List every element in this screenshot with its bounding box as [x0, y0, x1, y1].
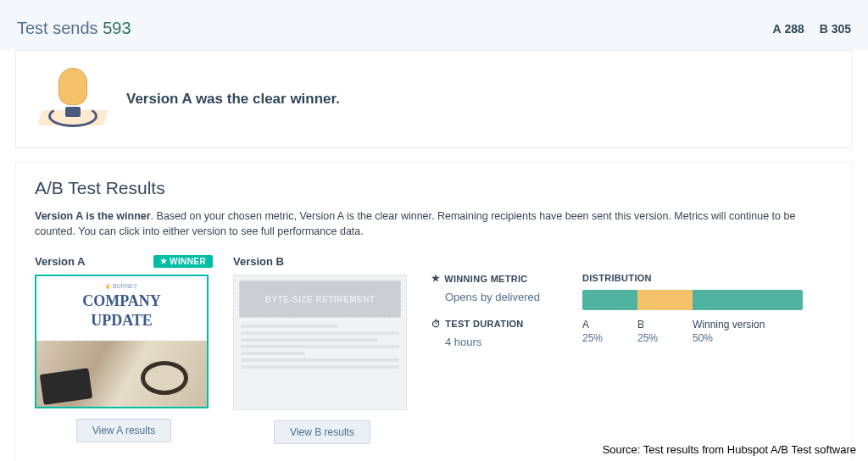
winner-badge: WINNER: [153, 255, 213, 268]
count-b-value: 305: [832, 22, 851, 36]
top-bar: Test sends 593 A 288 B 305: [0, 0, 868, 50]
winner-banner-text: Version A was the clear winner.: [126, 91, 340, 108]
winner-banner: Version A was the clear winner.: [15, 50, 853, 148]
results-winner-strong: Version A is the winner: [35, 210, 151, 222]
preview-b-banner: BYTE-SIZE RETIREMENT: [239, 280, 401, 318]
count-a-label: A: [772, 22, 781, 36]
results-description: Version A is the winner. Based on your c…: [35, 208, 833, 239]
winning-metric-value: Opens by delivered: [431, 291, 540, 303]
version-a-preview[interactable]: BURNEY COMPANY UPDATE: [35, 275, 209, 408]
preview-a-headline1: COMPANY: [42, 293, 202, 309]
metrics-block: ★WINNING METRIC Opens by delivered ⏱TEST…: [431, 273, 540, 364]
ab-counts: A 288 B 305: [772, 22, 851, 36]
results-card: A/B Test Results Version A is the winner…: [15, 162, 853, 461]
version-b-column: Version B BYTE-SIZE RETIREMENT View B re…: [233, 253, 411, 444]
preview-b-text-lines: [239, 325, 401, 369]
test-duration-value: 4 hours: [431, 336, 540, 348]
source-citation: Source: Test results from Hubspot A/B Te…: [603, 443, 856, 456]
version-b-preview[interactable]: BYTE-SIZE RETIREMENT: [233, 275, 407, 410]
distribution-legend: A 25% B 25% Winning version 50%: [582, 319, 803, 344]
dist-b-value: 25%: [637, 332, 693, 344]
star-icon: ★: [431, 273, 440, 284]
winning-metric-label: WINNING METRIC: [444, 274, 527, 284]
clock-icon: ⏱: [431, 319, 441, 329]
lightbulb-icon: [40, 66, 106, 132]
view-a-results-button[interactable]: View A results: [76, 419, 171, 442]
test-sends-summary: Test sends 593: [17, 19, 131, 38]
version-b-label: Version B: [233, 255, 284, 268]
preview-a-headline2: UPDATE: [42, 313, 202, 329]
dist-b-label: B: [637, 319, 693, 330]
test-sends-count: 593: [103, 19, 131, 37]
dist-w-value: 50%: [693, 332, 803, 344]
version-a-column: Version A WINNER BURNEY COMPANY UPDATE V…: [35, 253, 213, 442]
count-b-label: B: [820, 22, 828, 36]
distribution-seg-a: [582, 290, 637, 310]
test-sends-label: Test sends: [17, 19, 98, 37]
dist-a-label: A: [582, 319, 637, 330]
distribution-seg-b: [637, 290, 693, 310]
distribution-block: DISTRIBUTION A 25% B: [582, 273, 803, 364]
distribution-bar: [582, 290, 803, 310]
view-b-results-button[interactable]: View B results: [274, 420, 370, 444]
preview-a-photo: [36, 341, 207, 407]
count-a-value: 288: [784, 22, 804, 36]
distribution-seg-winning: [693, 290, 803, 310]
dist-a-value: 25%: [582, 332, 637, 344]
version-a-label: Version A: [35, 255, 85, 268]
dist-w-label: Winning version: [693, 319, 803, 330]
results-title: A/B Test Results: [35, 178, 833, 198]
distribution-label: DISTRIBUTION: [582, 273, 652, 283]
preview-a-logo: BURNEY: [42, 283, 202, 290]
test-duration-label: TEST DURATION: [445, 319, 523, 329]
